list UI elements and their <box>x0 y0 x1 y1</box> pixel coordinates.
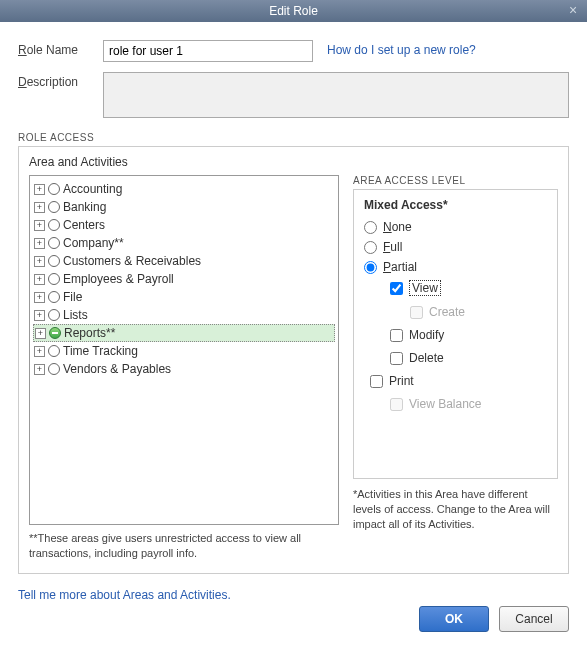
area-tree[interactable]: +Accounting+Banking+Centers+Company**+Cu… <box>29 175 339 525</box>
check-delete-label: Delete <box>409 351 444 365</box>
check-create-row: Create <box>410 305 547 319</box>
tree-item[interactable]: +Company** <box>33 234 335 252</box>
tree-item[interactable]: +Banking <box>33 198 335 216</box>
tree-item-label: Centers <box>63 218 105 232</box>
node-status-icon-none <box>48 273 60 285</box>
node-status-icon-none <box>48 291 60 303</box>
check-view-balance-label: View Balance <box>409 397 482 411</box>
radio-partial[interactable] <box>364 261 377 274</box>
tree-item-label: Time Tracking <box>63 344 138 358</box>
access-title: Mixed Access* <box>364 198 547 212</box>
tree-item-label: File <box>63 290 82 304</box>
tree-item-label: Lists <box>63 308 88 322</box>
tree-item[interactable]: +Employees & Payroll <box>33 270 335 288</box>
expand-icon[interactable]: + <box>34 364 45 375</box>
area-access-level-box: Mixed Access* None Full Partial <box>353 189 558 479</box>
cancel-button[interactable]: Cancel <box>499 606 569 632</box>
expand-icon[interactable]: + <box>34 256 45 267</box>
area-access-level-header: AREA ACCESS LEVEL <box>353 175 558 186</box>
node-status-icon-partial <box>49 327 61 339</box>
expand-icon[interactable]: + <box>34 310 45 321</box>
radio-partial-label: Partial <box>383 260 417 274</box>
node-status-icon-none <box>48 309 60 321</box>
expand-icon[interactable]: + <box>34 202 45 213</box>
tree-item[interactable]: +Lists <box>33 306 335 324</box>
check-view-balance-row: View Balance <box>390 397 547 411</box>
expand-icon[interactable]: + <box>34 346 45 357</box>
check-modify-label: Modify <box>409 328 444 342</box>
node-status-icon-none <box>48 345 60 357</box>
close-icon[interactable]: × <box>565 2 581 18</box>
radio-full-row[interactable]: Full <box>364 240 547 254</box>
check-modify-row[interactable]: Modify <box>390 328 547 342</box>
check-delete-row[interactable]: Delete <box>390 351 547 365</box>
radio-none[interactable] <box>364 221 377 234</box>
expand-icon[interactable]: + <box>34 292 45 303</box>
role-name-label: Role Name <box>18 40 103 57</box>
role-access-header: ROLE ACCESS <box>18 132 569 143</box>
tree-item-label: Reports** <box>64 326 115 340</box>
radio-none-row[interactable]: None <box>364 220 547 234</box>
tree-item-label: Vendors & Payables <box>63 362 171 376</box>
access-footnote: *Activities in this Area have different … <box>353 487 558 532</box>
role-name-input[interactable] <box>103 40 313 62</box>
node-status-icon-none <box>48 219 60 231</box>
tree-item[interactable]: +Reports** <box>33 324 335 342</box>
area-activities-label: Area and Activities <box>29 155 558 169</box>
expand-icon[interactable]: + <box>35 328 46 339</box>
check-view-label: View <box>409 280 441 296</box>
expand-icon[interactable]: + <box>34 274 45 285</box>
tree-item-label: Company** <box>63 236 124 250</box>
expand-icon[interactable]: + <box>34 238 45 249</box>
node-status-icon-none <box>48 255 60 267</box>
radio-full-label: Full <box>383 240 402 254</box>
tree-item[interactable]: +Accounting <box>33 180 335 198</box>
check-delete[interactable] <box>390 352 403 365</box>
check-print-label: Print <box>389 374 414 388</box>
tree-item-label: Customers & Receivables <box>63 254 201 268</box>
radio-full[interactable] <box>364 241 377 254</box>
tree-item-label: Employees & Payroll <box>63 272 174 286</box>
tree-item[interactable]: +Vendors & Payables <box>33 360 335 378</box>
check-view[interactable] <box>390 282 403 295</box>
help-link-new-role[interactable]: How do I set up a new role? <box>327 40 476 57</box>
expand-icon[interactable]: + <box>34 184 45 195</box>
node-status-icon-none <box>48 183 60 195</box>
node-status-icon-none <box>48 201 60 213</box>
tree-item[interactable]: +Time Tracking <box>33 342 335 360</box>
tree-item-label: Accounting <box>63 182 122 196</box>
help-link-areas[interactable]: Tell me more about Areas and Activities. <box>18 588 231 602</box>
radio-none-label: None <box>383 220 412 234</box>
titlebar: Edit Role × <box>0 0 587 22</box>
window-title: Edit Role <box>269 4 318 18</box>
role-access-fieldset: Area and Activities +Accounting+Banking+… <box>18 146 569 574</box>
check-print[interactable] <box>370 375 383 388</box>
node-status-icon-none <box>48 363 60 375</box>
check-create-label: Create <box>429 305 465 319</box>
check-view-row[interactable]: View <box>390 280 547 296</box>
ok-button[interactable]: OK <box>419 606 489 632</box>
check-modify[interactable] <box>390 329 403 342</box>
description-label: Description <box>18 72 103 89</box>
check-create <box>410 306 423 319</box>
description-input[interactable] <box>103 72 569 118</box>
tree-footnote: **These areas give users unrestricted ac… <box>29 531 339 561</box>
tree-item[interactable]: +Centers <box>33 216 335 234</box>
radio-partial-row[interactable]: Partial <box>364 260 547 274</box>
tree-item[interactable]: +File <box>33 288 335 306</box>
check-view-balance <box>390 398 403 411</box>
tree-item[interactable]: +Customers & Receivables <box>33 252 335 270</box>
check-print-row[interactable]: Print <box>370 374 547 388</box>
tree-item-label: Banking <box>63 200 106 214</box>
node-status-icon-none <box>48 237 60 249</box>
expand-icon[interactable]: + <box>34 220 45 231</box>
